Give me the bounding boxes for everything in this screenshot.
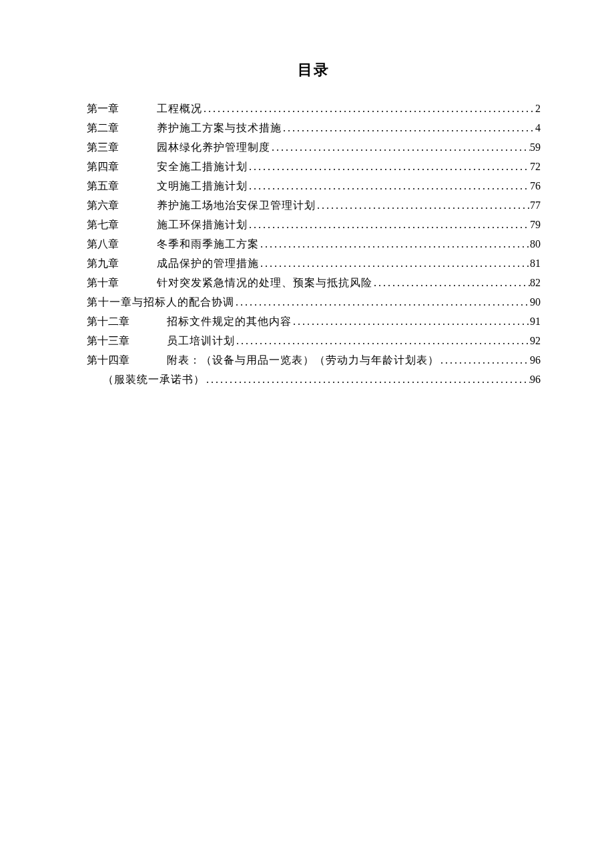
toc-page-number: 59 xyxy=(530,137,541,157)
toc-page-number: 79 xyxy=(530,215,541,234)
toc-page-number: 72 xyxy=(530,157,541,176)
page-title: 目录 xyxy=(87,60,541,80)
toc-leader-dots xyxy=(292,312,530,331)
toc-title: （服装统一承诺书） xyxy=(103,370,205,389)
toc-entry: 第七章施工环保措施计划 79 xyxy=(87,215,541,234)
toc-entry: 第十四章附表：（设备与用品一览表）（劳动力与年龄计划表） 96 xyxy=(87,350,541,370)
toc-chapter: 第十四章 xyxy=(87,350,167,370)
toc-title: 安全施工措施计划 xyxy=(157,157,248,176)
toc-chapter: 第五章 xyxy=(87,176,157,195)
toc-chapter: 第十三章 xyxy=(87,331,167,350)
toc-page-number: 80 xyxy=(530,234,541,254)
toc-entry: （服装统一承诺书） 96 xyxy=(87,370,541,389)
toc-page-number: 2 xyxy=(535,99,541,118)
toc-leader-dots xyxy=(248,176,530,195)
toc-chapter: 第四章 xyxy=(87,157,157,176)
toc-entry: 第六章养护施工场地治安保卫管理计划 77 xyxy=(87,195,541,215)
toc-title: 养护施工场地治安保卫管理计划 xyxy=(157,195,316,215)
toc-page-number: 77 xyxy=(530,195,541,215)
toc-title: 养护施工方案与技术措施 xyxy=(157,118,282,137)
toc-title: 招标文件规定的其他内容 xyxy=(167,312,292,331)
toc-leader-dots xyxy=(282,118,535,137)
toc-leader-dots xyxy=(235,331,530,350)
toc-leader-dots xyxy=(372,273,530,292)
toc-leader-dots xyxy=(248,215,530,234)
toc-page-number: 81 xyxy=(530,254,541,273)
toc-entry: 第九章成品保护的管理措施 81 xyxy=(87,254,541,273)
document-page: 目录 第一章工程概况2第二章养护施工方案与技术措施4第三章园林绿化养护管理制度 … xyxy=(0,0,614,389)
toc-title: 员工培训计划 xyxy=(167,331,235,350)
toc-chapter: 第十章 xyxy=(87,273,157,292)
toc-entry: 第五章文明施工措施计划 76 xyxy=(87,176,541,195)
toc-title: 施工环保措施计划 xyxy=(157,215,248,234)
toc-page-number: 90 xyxy=(530,292,541,312)
toc-title: 附表：（设备与用品一览表）（劳动力与年龄计划表） xyxy=(167,350,439,370)
toc-title: 成品保护的管理措施 xyxy=(157,254,259,273)
toc-page-number: 4 xyxy=(535,118,541,137)
toc-page-number: 76 xyxy=(530,176,541,195)
toc-leader-dots xyxy=(270,137,530,157)
toc-chapter: 第一章 xyxy=(87,99,157,118)
toc-entry: 第一章工程概况2 xyxy=(87,99,541,118)
toc-leader-dots xyxy=(202,99,535,118)
toc-leader-dots xyxy=(234,292,530,312)
toc-entry: 第四章安全施工措施计划 72 xyxy=(87,157,541,176)
toc-entry: 第二章养护施工方案与技术措施4 xyxy=(87,118,541,137)
toc-entry: 第十章针对突发紧急情况的处理、预案与抵抗风险 82 xyxy=(87,273,541,292)
toc-page-number: 96 xyxy=(530,370,541,389)
toc-leader-dots xyxy=(439,350,530,370)
toc-title: 冬季和雨季施工方案 xyxy=(157,234,259,254)
toc-chapter: 第七章 xyxy=(87,215,157,234)
toc-title: 园林绿化养护管理制度 xyxy=(157,137,270,157)
toc-title: 文明施工措施计划 xyxy=(157,176,248,195)
toc-entry: 第十二章招标文件规定的其他内容 91 xyxy=(87,312,541,331)
toc-leader-dots xyxy=(205,370,530,389)
toc-leader-dots xyxy=(248,157,530,176)
toc-title: 工程概况 xyxy=(157,99,202,118)
toc-entry: 第三章园林绿化养护管理制度 59 xyxy=(87,137,541,157)
toc-page-number: 96 xyxy=(530,350,541,370)
toc-leader-dots xyxy=(259,234,530,254)
toc-chapter: 第八章 xyxy=(87,234,157,254)
toc-chapter: 第十二章 xyxy=(87,312,167,331)
toc-entry: 第十一章与招标人的配合协调90 xyxy=(87,292,541,312)
toc-chapter: 第九章 xyxy=(87,254,157,273)
toc-title: 针对突发紧急情况的处理、预案与抵抗风险 xyxy=(157,273,372,292)
toc-entry: 第八章冬季和雨季施工方案 80 xyxy=(87,234,541,254)
table-of-contents: 第一章工程概况2第二章养护施工方案与技术措施4第三章园林绿化养护管理制度 59第… xyxy=(87,99,541,389)
toc-page-number: 91 xyxy=(530,312,541,331)
toc-chapter: 第二章 xyxy=(87,118,157,137)
toc-chapter: 第六章 xyxy=(87,195,157,215)
toc-page-number: 82 xyxy=(530,273,541,292)
toc-leader-dots xyxy=(316,195,530,215)
toc-leader-dots xyxy=(259,254,530,273)
toc-chapter: 第三章 xyxy=(87,137,157,157)
toc-title: 第十一章与招标人的配合协调 xyxy=(87,292,234,312)
toc-entry: 第十三章员工培训计划 92 xyxy=(87,331,541,350)
toc-page-number: 92 xyxy=(530,331,541,350)
